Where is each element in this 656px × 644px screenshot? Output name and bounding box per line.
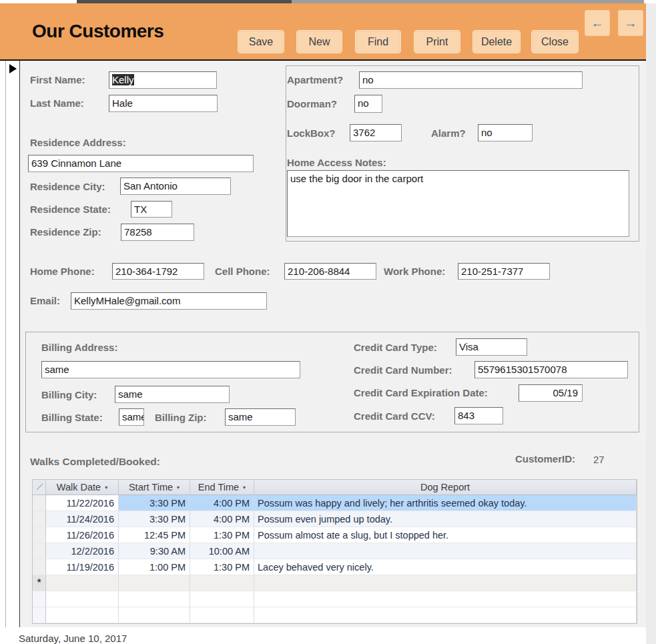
- column-header-dog-report[interactable]: Dog Report: [254, 480, 637, 495]
- first-name-input[interactable]: Kelly: [109, 71, 217, 89]
- residence-zip-label: Residence Zip:: [30, 226, 101, 238]
- row-selector-cell[interactable]: [33, 527, 46, 543]
- row-selector-cell[interactable]: [33, 543, 46, 559]
- dog-report-cell[interactable]: [254, 575, 637, 591]
- print-button[interactable]: Print: [414, 31, 460, 53]
- walk-date-cell[interactable]: 11/26/2016: [46, 527, 119, 543]
- filter-dropdown-icon[interactable]: ▾: [105, 485, 107, 491]
- row-selector-cell[interactable]: [33, 511, 46, 527]
- home-access-notes-input[interactable]: use the big door in the carport: [287, 170, 629, 237]
- column-header-walk-date[interactable]: Walk Date▾: [46, 480, 119, 495]
- end-time-cell[interactable]: 1:30 PM: [190, 527, 254, 543]
- selected-text: Kelly: [112, 74, 134, 85]
- end-time-cell[interactable]: [190, 575, 254, 591]
- close-button[interactable]: Close: [532, 31, 578, 53]
- last-name-input[interactable]: Hale: [109, 95, 218, 112]
- row-selector-cell[interactable]: [33, 559, 46, 575]
- alarm-label: Alarm?: [431, 127, 466, 139]
- save-button[interactable]: Save: [238, 31, 284, 53]
- credit-card-ccv-input[interactable]: 843: [454, 407, 503, 424]
- lockbox-label: LockBox?: [287, 127, 336, 139]
- credit-card-number-input[interactable]: 5579615301570078: [474, 361, 628, 378]
- home-phone-input[interactable]: 210-364-1792: [112, 263, 204, 280]
- residence-address-input[interactable]: 639 Cinnamon Lane: [28, 155, 254, 172]
- billing-address-label: Billing Address:: [41, 342, 117, 353]
- billing-city-input[interactable]: same: [115, 386, 230, 403]
- residence-zip-input[interactable]: 78258: [121, 224, 194, 241]
- record-selector-bar[interactable]: [5, 61, 19, 644]
- billing-address-input[interactable]: same: [41, 361, 300, 378]
- empty-row: [33, 591, 637, 607]
- delete-button[interactable]: Delete: [473, 31, 520, 53]
- row-selector-cell: [33, 607, 46, 623]
- table-row[interactable]: 12/2/2016 9:30 AM 10:00 AM: [33, 543, 637, 559]
- walk-date-cell[interactable]: 12/2/2016: [46, 543, 119, 559]
- customer-id-value: 27: [593, 454, 605, 465]
- walk-date-cell[interactable]: 11/24/2016: [46, 511, 119, 527]
- find-button[interactable]: Find: [356, 31, 400, 53]
- column-header-start-time[interactable]: Start Time▾: [119, 480, 190, 495]
- datasheet-corner-cell[interactable]: [33, 480, 46, 495]
- credit-card-expiration-input[interactable]: 05/19: [519, 384, 583, 402]
- row-selector-cell[interactable]: [33, 495, 46, 511]
- apartment-input[interactable]: no: [359, 71, 583, 89]
- billing-state-input[interactable]: same: [119, 408, 144, 426]
- dog-report-cell[interactable]: [254, 543, 637, 559]
- residence-city-input[interactable]: San Antonio: [120, 178, 231, 195]
- last-name-label: Last Name:: [30, 97, 84, 109]
- new-record-row[interactable]: *: [33, 575, 637, 591]
- end-time-cell[interactable]: 1:30 PM: [190, 559, 254, 575]
- lockbox-input[interactable]: 3762: [350, 124, 402, 141]
- empty-row: [33, 607, 637, 623]
- residence-state-label: Residence State:: [30, 204, 111, 215]
- table-row[interactable]: 11/26/2016 12:45 PM 1:30 PM Possum almos…: [33, 527, 637, 543]
- customer-id-label: CustomerID:: [515, 453, 575, 464]
- arrow-left-icon: ←: [591, 16, 604, 31]
- filter-dropdown-icon[interactable]: ▾: [243, 485, 246, 491]
- filter-dropdown-icon[interactable]: ▾: [177, 485, 180, 491]
- new-record-icon[interactable]: *: [33, 575, 46, 591]
- billing-zip-input[interactable]: same: [225, 408, 296, 426]
- cell-phone-input[interactable]: 210-206-8844: [284, 263, 376, 280]
- work-phone-input[interactable]: 210-251-7377: [458, 263, 550, 280]
- residence-address-label: Residence Address:: [30, 137, 126, 148]
- start-time-cell[interactable]: 9:30 AM: [119, 543, 190, 559]
- start-time-cell[interactable]: 3:30 PM: [119, 495, 190, 511]
- end-time-cell[interactable]: 10:00 AM: [190, 543, 254, 559]
- table-row[interactable]: 11/24/2016 3:30 PM 4:00 PM Possum even j…: [33, 511, 637, 527]
- credit-card-type-label: Credit Card Type:: [354, 342, 437, 353]
- start-time-cell[interactable]: 1:00 PM: [119, 559, 190, 575]
- end-time-cell[interactable]: 4:00 PM: [190, 511, 254, 527]
- form-header: Our Customers Save New Find Print Delete…: [0, 3, 646, 61]
- work-phone-label: Work Phone:: [384, 266, 445, 277]
- start-time-cell[interactable]: 3:30 PM: [119, 511, 190, 527]
- start-time-cell[interactable]: 12:45 PM: [119, 527, 190, 543]
- table-row[interactable]: 11/22/2016 3:30 PM 4:00 PM Possum was ha…: [33, 495, 637, 511]
- end-time-cell[interactable]: 4:00 PM: [190, 495, 254, 511]
- dog-report-cell[interactable]: Possum was happy and lively; her arthrit…: [254, 495, 637, 511]
- table-row[interactable]: 11/19/2016 1:00 PM 1:30 PM Lacey behaved…: [33, 559, 637, 575]
- doorman-input[interactable]: no: [354, 95, 382, 113]
- dog-report-cell[interactable]: Possum even jumped up today.: [254, 511, 637, 527]
- dog-report-cell[interactable]: Possum almost ate a slug, but I stopped …: [254, 527, 637, 543]
- walk-date-cell[interactable]: [46, 575, 119, 591]
- residence-state-input[interactable]: TX: [131, 201, 172, 218]
- home-access-notes-label: Home Access Notes:: [287, 157, 386, 168]
- walk-date-cell[interactable]: 11/22/2016: [46, 495, 119, 511]
- our-customers-window: Our Customers Save New Find Print Delete…: [0, 0, 656, 644]
- previous-record-button[interactable]: ←: [585, 10, 610, 36]
- credit-card-type-input[interactable]: Visa: [456, 338, 527, 356]
- page-title: Our Customers: [32, 21, 163, 42]
- next-record-button[interactable]: →: [618, 10, 643, 36]
- column-header-end-time[interactable]: End Time▾: [190, 480, 254, 495]
- credit-card-ccv-label: Credit Card CCV:: [354, 410, 435, 422]
- alarm-input[interactable]: no: [478, 124, 533, 141]
- new-button[interactable]: New: [297, 31, 342, 53]
- walks-section-label: Walks Completed/Booked:: [30, 456, 160, 468]
- credit-card-expiration-label: Credit Card Expiration Date:: [354, 387, 488, 398]
- start-time-cell[interactable]: [119, 575, 190, 591]
- walk-date-cell[interactable]: 11/19/2016: [46, 559, 119, 575]
- email-input[interactable]: KellyMHale@gmail.com: [71, 292, 267, 310]
- email-label: Email:: [30, 295, 60, 306]
- dog-report-cell[interactable]: Lacey behaved very nicely.: [254, 559, 637, 575]
